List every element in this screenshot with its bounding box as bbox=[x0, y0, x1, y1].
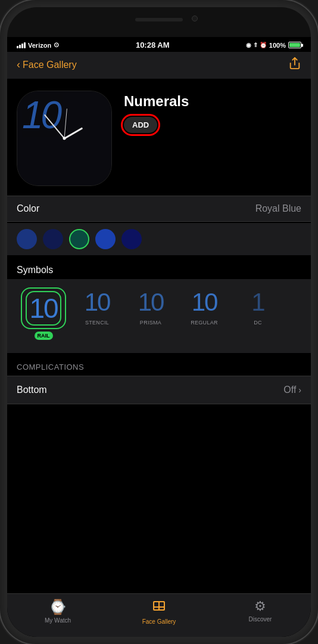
bottom-complication-value: Off › bbox=[283, 385, 301, 395]
share-button[interactable] bbox=[288, 57, 301, 73]
main-content: 10 Numerals ADD C bbox=[7, 79, 311, 593]
symbols-label: Symbols bbox=[17, 265, 53, 275]
rail-tag: RAIL bbox=[35, 332, 53, 340]
face-info: Numerals ADD bbox=[124, 91, 301, 133]
battery-tip bbox=[301, 44, 303, 47]
face-preview-section: 10 Numerals ADD bbox=[7, 79, 311, 196]
center-dot bbox=[63, 137, 66, 140]
watch-numeral-display: 10 bbox=[22, 96, 60, 134]
color-swatches-row bbox=[7, 223, 311, 255]
my-watch-label: My Watch bbox=[45, 617, 71, 624]
phone-device: Verizon ⊙ 10:28 AM ◉ ⇑ ⏰ 100% ‹ Face bbox=[0, 0, 318, 644]
add-button[interactable]: ADD bbox=[124, 117, 157, 133]
regular-label: REGULAR bbox=[191, 320, 218, 326]
face-gallery-label: Face Gallery bbox=[142, 618, 176, 625]
signal-bar-2 bbox=[19, 45, 21, 48]
regular-wrapper: 10 bbox=[188, 287, 221, 317]
back-label: Face Gallery bbox=[23, 60, 77, 70]
swatch-blue[interactable] bbox=[17, 229, 37, 249]
symbol-stencil[interactable]: 10 STENCIL bbox=[70, 284, 124, 343]
second-hand bbox=[64, 109, 67, 138]
color-section-row[interactable]: Color Royal Blue bbox=[7, 196, 311, 222]
swatch-dark-blue[interactable] bbox=[43, 229, 63, 249]
svg-rect-2 bbox=[154, 602, 158, 606]
status-right: ◉ ⇑ ⏰ 100% bbox=[246, 42, 301, 49]
rail-numeral: 10 bbox=[26, 291, 61, 326]
back-button[interactable]: ‹ Face Gallery bbox=[17, 58, 77, 71]
bottom-complication-label: Bottom bbox=[17, 385, 47, 395]
tab-discover[interactable]: ⚙ Discover bbox=[236, 599, 284, 625]
prisma-numeral: 10 bbox=[138, 290, 164, 315]
battery-percent: 100% bbox=[269, 42, 286, 49]
dc-wrapper: 1 bbox=[248, 287, 267, 317]
bottom-complication-setting: Off bbox=[283, 385, 296, 395]
battery-icon bbox=[288, 42, 301, 48]
navigation-bar: ‹ Face Gallery bbox=[7, 52, 311, 79]
color-value: Royal Blue bbox=[255, 203, 301, 214]
signal-bar-4 bbox=[24, 42, 26, 48]
phone-screen: Verizon ⊙ 10:28 AM ◉ ⇑ ⏰ 100% ‹ Face bbox=[7, 7, 311, 637]
dc-label: DC bbox=[254, 320, 262, 326]
signal-bar-1 bbox=[17, 46, 18, 48]
signal-icon bbox=[17, 42, 26, 48]
tab-bar: ⌚ My Watch Face Gallery bbox=[7, 593, 311, 637]
status-bar: Verizon ⊙ 10:28 AM ◉ ⇑ ⏰ 100% bbox=[7, 37, 311, 52]
status-time: 10:28 AM bbox=[136, 41, 170, 49]
stencil-label: STENCIL bbox=[85, 320, 109, 326]
face-title: Numerals bbox=[124, 93, 301, 110]
symbols-scroll-area[interactable]: 10 RAIL 10 STENCIL 10 bbox=[7, 279, 311, 353]
swatch-royal-blue[interactable] bbox=[95, 229, 116, 249]
back-chevron-icon: ‹ bbox=[17, 58, 20, 71]
swatch-navy[interactable] bbox=[121, 229, 142, 249]
symbol-regular[interactable]: 10 REGULAR bbox=[177, 284, 231, 343]
tab-face-gallery[interactable]: Face Gallery bbox=[135, 599, 183, 625]
status-icons: ◉ ⇑ ⏰ bbox=[246, 42, 267, 48]
color-label: Color bbox=[17, 203, 39, 214]
swatch-teal[interactable] bbox=[69, 229, 89, 249]
signal-bar-3 bbox=[21, 44, 23, 48]
front-camera bbox=[192, 16, 198, 21]
stencil-numeral: 10 bbox=[85, 290, 110, 315]
chevron-right-icon: › bbox=[298, 385, 301, 395]
face-gallery-icon bbox=[152, 599, 166, 617]
regular-numeral: 10 bbox=[192, 290, 217, 315]
discover-label: Discover bbox=[249, 616, 272, 623]
complications-title: Complications bbox=[17, 363, 84, 371]
svg-rect-3 bbox=[160, 602, 164, 606]
symbol-dc[interactable]: 1 DC bbox=[231, 284, 285, 343]
prisma-wrapper: 10 bbox=[135, 287, 167, 317]
stencil-wrapper: 10 bbox=[81, 287, 114, 317]
rail-border: 10 bbox=[21, 287, 66, 329]
symbols-header: Symbols bbox=[7, 256, 311, 279]
screen-content: Verizon ⊙ 10:28 AM ◉ ⇑ ⏰ 100% ‹ Face bbox=[7, 37, 311, 637]
symbol-prisma[interactable]: 10 PRISMA bbox=[124, 284, 177, 343]
complications-header: Complications bbox=[7, 353, 311, 376]
status-left: Verizon ⊙ bbox=[17, 41, 59, 49]
tab-my-watch[interactable]: ⌚ My Watch bbox=[34, 599, 82, 625]
hour-hand bbox=[64, 127, 83, 139]
battery-fill bbox=[289, 43, 300, 47]
bottom-complication-row[interactable]: Bottom Off › bbox=[7, 376, 311, 404]
carrier-name: Verizon bbox=[28, 42, 51, 49]
speaker-grille bbox=[135, 18, 183, 21]
discover-icon: ⚙ bbox=[254, 599, 266, 614]
svg-rect-4 bbox=[154, 608, 158, 609]
my-watch-icon: ⌚ bbox=[49, 599, 67, 615]
symbol-rail[interactable]: 10 RAIL bbox=[17, 284, 70, 343]
prisma-label: PRISMA bbox=[140, 320, 161, 326]
wifi-icon: ⊙ bbox=[54, 41, 59, 49]
dc-numeral: 1 bbox=[251, 290, 264, 315]
watch-face-preview: 10 bbox=[17, 91, 112, 186]
bottom-spacer bbox=[7, 404, 311, 416]
svg-rect-5 bbox=[160, 608, 164, 609]
